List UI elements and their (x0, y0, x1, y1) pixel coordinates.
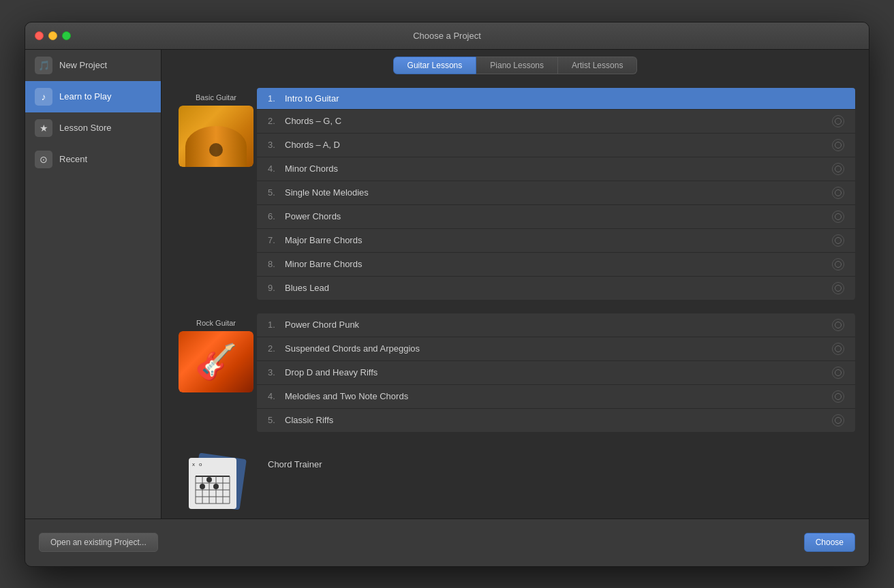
window-title: Choose a Project (413, 31, 481, 41)
lesson-number: 5. (268, 187, 285, 198)
lesson-number: 9. (268, 283, 285, 293)
sidebar-label-lesson-store: Lesson Store (59, 123, 112, 133)
lesson-name: Minor Chords (285, 164, 832, 174)
lesson-item[interactable]: 8. Minor Barre Chords (257, 253, 855, 277)
lesson-name: Melodies and Two Note Chords (285, 391, 832, 401)
chord-trainer-section: xo (175, 446, 855, 518)
lesson-badge (832, 282, 844, 294)
sidebar-item-learn-to-play[interactable]: ♪ Learn to Play (25, 81, 161, 112)
lesson-badge (832, 163, 844, 175)
choose-button[interactable]: Choose (804, 533, 855, 552)
lesson-number: 1. (268, 320, 285, 330)
chord-diagram (192, 469, 233, 505)
lesson-number: 3. (268, 367, 285, 377)
lesson-badge (832, 115, 844, 127)
svg-point-13 (213, 484, 219, 489)
tabs-bar: Guitar Lessons Piano Lessons Artist Less… (161, 50, 869, 81)
content-area: Guitar Lessons Piano Lessons Artist Less… (161, 50, 869, 519)
acoustic-guitar-illustration (179, 106, 253, 167)
lesson-name: Blues Lead (285, 283, 832, 293)
chord-card-content: xo (189, 458, 236, 508)
titlebar: Choose a Project (25, 22, 869, 50)
maximize-button[interactable] (62, 31, 71, 40)
recent-icon: ⊙ (35, 151, 52, 168)
lesson-item[interactable]: 1. Intro to Guitar (257, 88, 855, 110)
basic-guitar-title: Basic Guitar (196, 93, 236, 102)
main-window: Choose a Project 🎵 New Project ♪ Learn t… (25, 22, 869, 567)
lesson-item[interactable]: 7. Major Barre Chords (257, 229, 855, 253)
lesson-item[interactable]: 3. Chords – A, D (257, 134, 855, 157)
lesson-number: 2. (268, 343, 285, 354)
course-basic-guitar: Basic Guitar 1. Intro to Guitar 2. Chord… (175, 88, 855, 300)
lesson-number: 8. (268, 259, 285, 269)
sidebar-item-lesson-store[interactable]: ★ Lesson Store (25, 112, 161, 144)
tab-piano-lessons[interactable]: Piano Lessons (476, 57, 558, 74)
chord-trainer-info: Chord Trainer (257, 446, 855, 518)
sidebar-label-recent: Recent (59, 154, 87, 164)
lesson-item[interactable]: 1. Power Chord Punk (257, 313, 855, 337)
sidebar-label-learn-to-play: Learn to Play (59, 91, 112, 102)
lesson-number: 7. (268, 235, 285, 245)
lesson-name: Chords – G, C (285, 116, 832, 126)
lessons-area[interactable]: Basic Guitar 1. Intro to Guitar 2. Chord… (161, 81, 869, 519)
lesson-item[interactable]: 5. Single Note Melodies (257, 181, 855, 205)
lesson-name: Minor Barre Chords (285, 259, 832, 269)
lesson-item[interactable]: 5. Classic Riffs (257, 409, 855, 432)
course-rock-guitar: Rock Guitar 1. Power Chord Punk 2. (175, 313, 855, 432)
close-button[interactable] (35, 31, 44, 40)
lesson-item[interactable]: 6. Power Chords (257, 205, 855, 229)
learn-to-play-icon: ♪ (35, 88, 52, 106)
basic-guitar-thumbnail: Basic Guitar (175, 88, 257, 300)
minimize-button[interactable] (48, 31, 57, 40)
lesson-name: Chords – A, D (285, 140, 832, 150)
lesson-badge (832, 258, 844, 270)
chord-trainer-thumbnail: xo (175, 446, 257, 518)
lesson-item[interactable]: 3. Drop D and Heavy Riffs (257, 361, 855, 385)
lesson-name: Intro to Guitar (285, 93, 844, 104)
sidebar-label-new-project: New Project (59, 60, 107, 70)
main-content: 🎵 New Project ♪ Learn to Play ★ Lesson S… (25, 50, 869, 519)
open-existing-button[interactable]: Open an existing Project... (39, 533, 158, 552)
lesson-name: Single Note Melodies (285, 187, 832, 198)
lesson-item[interactable]: 2. Chords – G, C (257, 110, 855, 134)
lesson-item[interactable]: 4. Melodies and Two Note Chords (257, 385, 855, 409)
rock-guitar-image (179, 331, 253, 392)
new-project-icon: 🎵 (35, 57, 52, 74)
rock-guitar-lesson-list: 1. Power Chord Punk 2. Suspended Chords … (257, 313, 855, 432)
lesson-number: 3. (268, 140, 285, 150)
chord-trainer-image: xo (179, 451, 253, 512)
tab-guitar-lessons[interactable]: Guitar Lessons (393, 57, 477, 74)
electric-guitar-illustration (179, 331, 253, 392)
chord-trainer-title: Chord Trainer (257, 452, 333, 476)
lesson-name: Drop D and Heavy Riffs (285, 367, 832, 377)
sidebar-item-new-project[interactable]: 🎵 New Project (25, 50, 161, 81)
chord-card-front: xo (189, 458, 236, 509)
lesson-number: 4. (268, 164, 285, 174)
lesson-badge (832, 139, 844, 151)
lesson-name: Suspended Chords and Arpeggios (285, 343, 832, 354)
rock-guitar-thumbnail: Rock Guitar (175, 313, 257, 432)
lesson-name: Power Chords (285, 211, 832, 221)
sidebar-item-recent[interactable]: ⊙ Recent (25, 144, 161, 175)
lesson-name: Power Chord Punk (285, 320, 832, 330)
lesson-name: Major Barre Chords (285, 235, 832, 245)
chord-trainer-illustration: xo (182, 452, 250, 510)
lesson-name: Classic Riffs (285, 415, 832, 425)
traffic-lights (35, 31, 71, 40)
lesson-badge (832, 211, 844, 223)
svg-point-11 (206, 477, 212, 482)
bottom-bar: Open an existing Project... Choose (25, 519, 869, 566)
lesson-badge (832, 414, 844, 427)
tab-artist-lessons[interactable]: Artist Lessons (558, 57, 637, 74)
lesson-item[interactable]: 9. Blues Lead (257, 277, 855, 300)
lesson-badge (832, 343, 844, 355)
lesson-badge (832, 390, 844, 403)
lesson-number: 5. (268, 415, 285, 425)
lesson-number: 2. (268, 116, 285, 126)
lesson-item[interactable]: 2. Suspended Chords and Arpeggios (257, 337, 855, 361)
lesson-number: 6. (268, 211, 285, 221)
basic-guitar-lesson-list: 1. Intro to Guitar 2. Chords – G, C 3. C… (257, 88, 855, 300)
lesson-number: 1. (268, 93, 285, 104)
lesson-badge (832, 319, 844, 331)
lesson-item[interactable]: 4. Minor Chords (257, 157, 855, 181)
